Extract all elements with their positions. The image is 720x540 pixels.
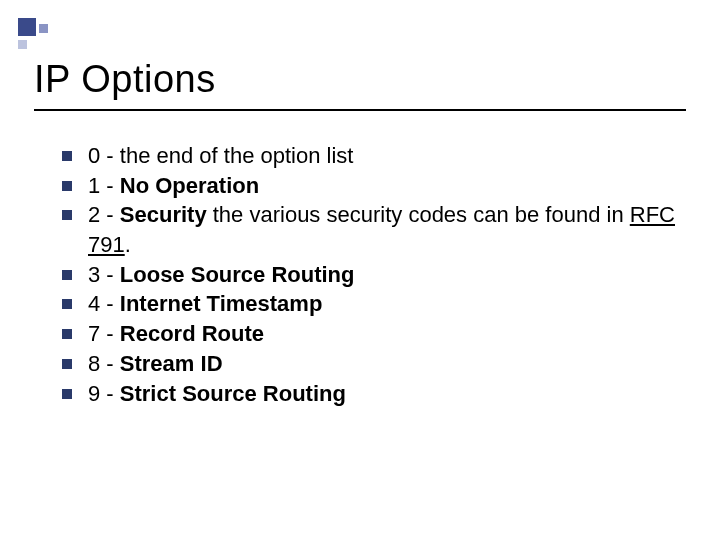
item-sep: - (100, 173, 120, 198)
list-item: 3 - Loose Source Routing (62, 260, 686, 290)
item-after: . (125, 232, 131, 257)
list-item: 9 - Strict Source Routing (62, 379, 686, 409)
bullet-list: 0 - the end of the option list 1 - No Op… (34, 141, 686, 408)
item-name: Record Route (120, 321, 264, 346)
item-number: 1 (88, 173, 100, 198)
item-number: 9 (88, 381, 100, 406)
item-number: 4 (88, 291, 100, 316)
item-sep: - (100, 321, 120, 346)
item-name: Stream ID (120, 351, 223, 376)
item-name: Strict Source Routing (120, 381, 346, 406)
item-number: 0 (88, 143, 100, 168)
item-number: 3 (88, 262, 100, 287)
item-rest: the end of the option list (120, 143, 354, 168)
item-name: No Operation (120, 173, 259, 198)
item-sep: - (100, 351, 120, 376)
item-rest: the various security codes can be found … (207, 202, 630, 227)
list-item: 2 - Security the various security codes … (62, 200, 686, 259)
list-item: 1 - No Operation (62, 171, 686, 201)
list-item: 4 - Internet Timestamp (62, 289, 686, 319)
item-name: Internet Timestamp (120, 291, 323, 316)
accent-square-small-bottom (18, 40, 27, 49)
item-name: Loose Source Routing (120, 262, 355, 287)
item-sep: - (100, 202, 120, 227)
title-underline (34, 109, 686, 111)
item-name: Security (120, 202, 207, 227)
item-sep: - (100, 291, 120, 316)
item-sep: - (100, 381, 120, 406)
accent-square-large (18, 18, 36, 36)
item-sep: - (100, 262, 120, 287)
item-number: 8 (88, 351, 100, 376)
list-item: 0 - the end of the option list (62, 141, 686, 171)
list-item: 7 - Record Route (62, 319, 686, 349)
list-item: 8 - Stream ID (62, 349, 686, 379)
slide-title: IP Options (34, 58, 686, 101)
item-number: 7 (88, 321, 100, 346)
item-number: 2 (88, 202, 100, 227)
accent-squares (18, 18, 50, 50)
accent-square-small-top (39, 24, 48, 33)
item-sep: - (100, 143, 120, 168)
slide-content: IP Options 0 - the end of the option lis… (0, 0, 720, 408)
